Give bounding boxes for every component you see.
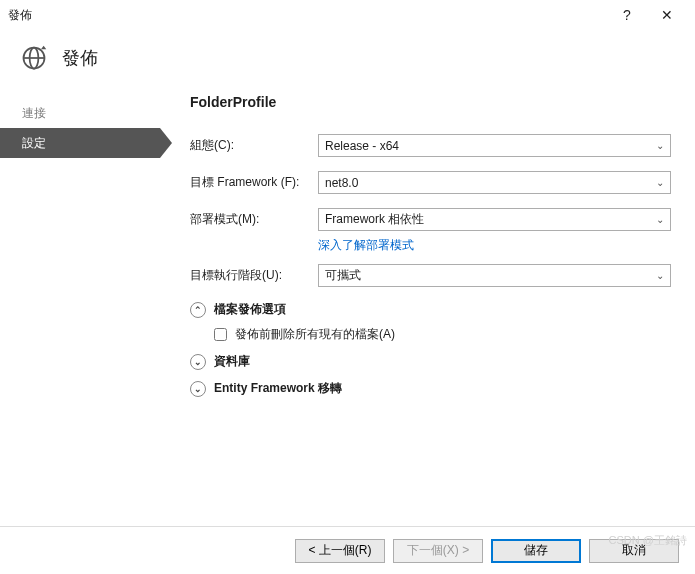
section-file-publish[interactable]: ⌃ 檔案發佈選項 <box>190 301 671 318</box>
close-button[interactable]: ✕ <box>647 7 687 23</box>
help-button[interactable]: ? <box>607 7 647 23</box>
framework-select[interactable]: net8.0 ⌄ <box>318 171 671 194</box>
target-runtime-select[interactable]: 可攜式 ⌄ <box>318 264 671 287</box>
chevron-down-icon[interactable]: ⌄ <box>190 381 206 397</box>
section-title: Entity Framework 移轉 <box>214 380 342 397</box>
sidebar-item-connection[interactable]: 連接 <box>0 98 160 128</box>
target-runtime-label: 目標執行階段(U): <box>190 267 318 284</box>
deploy-mode-learn-link[interactable]: 深入了解部署模式 <box>318 238 414 252</box>
delete-existing-checkbox[interactable] <box>214 328 227 341</box>
chevron-down-icon: ⌄ <box>656 177 664 188</box>
next-button: 下一個(X) > <box>393 539 483 563</box>
dialog-header: 發佈 <box>0 30 695 90</box>
deploy-mode-label: 部署模式(M): <box>190 211 318 228</box>
config-value: Release - x64 <box>325 139 399 153</box>
section-ef-migrations[interactable]: ⌄ Entity Framework 移轉 <box>190 380 671 397</box>
framework-value: net8.0 <box>325 176 358 190</box>
chevron-down-icon: ⌄ <box>656 270 664 281</box>
chevron-down-icon: ⌄ <box>656 140 664 151</box>
section-database[interactable]: ⌄ 資料庫 <box>190 353 671 370</box>
section-title: 資料庫 <box>214 353 250 370</box>
profile-name: FolderProfile <box>190 94 671 110</box>
prev-button[interactable]: < 上一個(R) <box>295 539 385 563</box>
sidebar: 連接 設定 <box>0 90 160 526</box>
delete-existing-label: 發佈前刪除所有現有的檔案(A) <box>235 326 395 343</box>
config-label: 組態(C): <box>190 137 318 154</box>
dialog-title: 發佈 <box>62 46 98 70</box>
sidebar-item-settings[interactable]: 設定 <box>0 128 160 158</box>
window-title: 發佈 <box>8 7 607 24</box>
section-title: 檔案發佈選項 <box>214 301 286 318</box>
dialog-footer: < 上一個(R) 下一個(X) > 儲存 取消 <box>0 526 695 574</box>
chevron-down-icon[interactable]: ⌄ <box>190 354 206 370</box>
sidebar-item-label: 設定 <box>22 135 46 152</box>
sidebar-item-label: 連接 <box>22 105 46 122</box>
target-runtime-value: 可攜式 <box>325 267 361 284</box>
config-select[interactable]: Release - x64 ⌄ <box>318 134 671 157</box>
save-button[interactable]: 儲存 <box>491 539 581 563</box>
publish-icon <box>20 44 48 72</box>
cancel-button[interactable]: 取消 <box>589 539 679 563</box>
delete-existing-row[interactable]: 發佈前刪除所有現有的檔案(A) <box>214 326 671 343</box>
chevron-up-icon[interactable]: ⌃ <box>190 302 206 318</box>
chevron-down-icon: ⌄ <box>656 214 664 225</box>
title-bar: 發佈 ? ✕ <box>0 0 695 30</box>
deploy-mode-value: Framework 相依性 <box>325 211 424 228</box>
deploy-mode-select[interactable]: Framework 相依性 ⌄ <box>318 208 671 231</box>
main-panel: FolderProfile 組態(C): Release - x64 ⌄ 目標 … <box>160 90 695 526</box>
framework-label: 目標 Framework (F): <box>190 174 318 191</box>
